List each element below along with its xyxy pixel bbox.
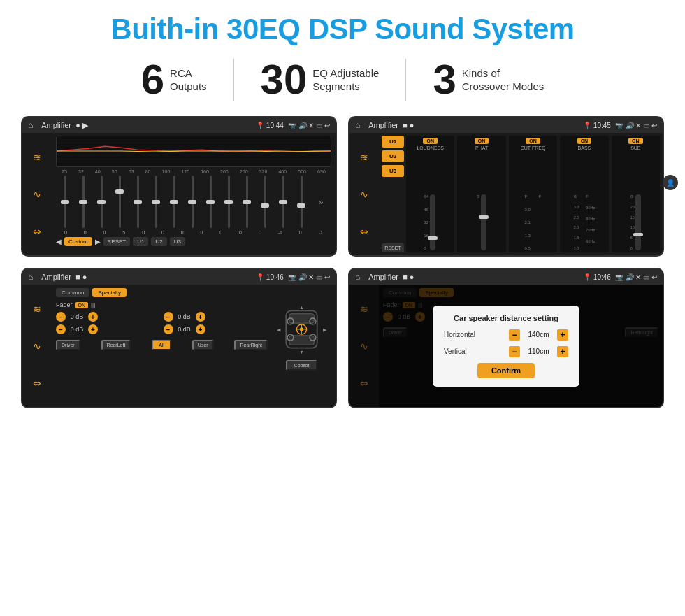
home-icon[interactable]: ⌂ [28, 120, 33, 130]
eq-slider-7[interactable] [173, 176, 175, 228]
fader-plus-1[interactable]: + [88, 312, 98, 322]
fader-db-2: − 0 dB + [164, 312, 268, 322]
cross-cutfreq-toggle[interactable]: ON [526, 138, 540, 144]
cross-home-icon[interactable]: ⌂ [355, 120, 360, 130]
cross-eq-icon[interactable]: ≋ [354, 150, 374, 165]
eq-icon[interactable]: ≋ [27, 150, 47, 165]
fader-bottom-btns: Driver RearLeft All User RearRight [56, 340, 268, 350]
fader-db-3: − 0 dB + [56, 324, 161, 334]
fader-home-icon[interactable]: ⌂ [28, 272, 33, 282]
fader-sidebar: ≋ ∿ ⇔ [22, 285, 52, 407]
eq-slider-2[interactable] [82, 176, 85, 228]
tab-specialty[interactable]: Specialty [92, 288, 126, 297]
eq-slider-14[interactable] [301, 176, 303, 228]
cross-wave-icon[interactable]: ∿ [354, 187, 374, 202]
eq-prev-arrow[interactable]: ◀ [56, 238, 62, 245]
dialog-horizontal-plus[interactable]: + [557, 329, 568, 341]
fader-val-2: 0 dB [175, 313, 194, 320]
fader-arrows-icon[interactable]: ⇔ [27, 375, 47, 391]
fader-topbar-time: 📍 10:46 [256, 273, 284, 281]
svg-rect-5 [289, 314, 315, 323]
fader-plus-4[interactable]: + [196, 324, 206, 334]
fader-minus-3[interactable]: − [56, 324, 66, 334]
fader-minus-2[interactable]: − [164, 312, 173, 322]
eq-slider-9[interactable] [210, 176, 212, 228]
fader-plus-3[interactable]: + [88, 324, 98, 334]
tab-common[interactable]: Common [56, 288, 89, 297]
eq-slider-13[interactable] [282, 176, 284, 228]
fader-rearright-btn[interactable]: RearRight [234, 340, 268, 350]
eq-sliders: » [56, 176, 331, 228]
cross-topbar-time: 📍 10:45 [583, 122, 611, 129]
fader-text-label: Fader [56, 301, 73, 308]
fader-tabs: Common Specialty [56, 288, 331, 297]
eq-slider-4[interactable] [119, 176, 121, 228]
eq-controls: ◀ Custom ▶ RESET U1 U2 U3 [56, 237, 331, 246]
cross-presets: U1 U2 U3 RESET [382, 136, 404, 252]
eq-slider-5[interactable] [137, 176, 139, 228]
fader-slider-indicator: ||| [91, 302, 95, 308]
eq-reset-btn[interactable]: RESET [103, 237, 131, 246]
eq-next-arrow[interactable]: ▶ [95, 238, 101, 245]
eq-topbar-title: Amplifier ● ▶ [41, 121, 252, 130]
fader-on-badge[interactable]: ON [75, 302, 89, 308]
cross-sub-toggle[interactable]: ON [628, 138, 643, 144]
stat-number-6: 6 [141, 59, 164, 101]
eq-slider-11[interactable] [246, 176, 248, 228]
cross-channels: ON LOUDNESS 644832160 ON PHAT [406, 136, 660, 252]
cross-phat-toggle[interactable]: ON [475, 138, 489, 144]
fader-topbar-title: Amplifier ■ ● [41, 273, 252, 281]
cross-u2-btn[interactable]: U2 [382, 150, 404, 162]
eq-slider-12[interactable] [264, 176, 266, 228]
distance-body: ≋ ∿ ⇔ Common Specialty Fader ON [349, 285, 663, 407]
stat-number-30: 30 [261, 59, 308, 101]
eq-slider-1[interactable] [64, 176, 66, 228]
fader-main-content: Common Specialty Fader ON ||| [52, 285, 336, 407]
svg-text:▼: ▼ [299, 350, 304, 355]
fader-minus-4[interactable]: − [164, 324, 173, 334]
eq-u3-btn[interactable]: U3 [170, 237, 185, 246]
fader-wave-icon[interactable]: ∿ [27, 338, 47, 354]
eq-slider-10[interactable] [228, 176, 230, 228]
eq-u2-btn[interactable]: U2 [151, 237, 166, 246]
cross-bass-toggle[interactable]: ON [577, 138, 592, 144]
cross-arrows-icon[interactable]: ⇔ [354, 224, 374, 239]
fader-copilot-btn[interactable]: Copilot [286, 360, 317, 371]
car-diagram-area: ▲ ▼ ◀ ▶ Copilot 👤 [272, 301, 331, 371]
fader-minus-1[interactable]: − [56, 312, 66, 322]
eq-slider-6[interactable] [155, 176, 157, 228]
svg-text:▲: ▲ [299, 305, 304, 310]
fader-plus-2[interactable]: + [196, 312, 206, 322]
cross-u3-btn[interactable]: U3 [382, 165, 404, 177]
stat-text-eq: EQ AdjustableSegments [312, 66, 379, 94]
fader-all-btn[interactable]: All [152, 340, 171, 350]
fader-eq-icon[interactable]: ≋ [27, 301, 47, 317]
fader-db-1: − 0 dB + [56, 312, 161, 322]
eq-slider-3[interactable] [101, 176, 103, 228]
fader-driver-btn[interactable]: Driver [56, 340, 80, 350]
eq-custom-btn[interactable]: Custom [64, 237, 92, 246]
dialog-vertical-minus[interactable]: − [509, 346, 520, 357]
fader-user-btn[interactable]: User [192, 340, 214, 350]
dist-home-icon[interactable]: ⌂ [355, 272, 360, 282]
cross-reset-btn[interactable]: RESET [382, 243, 404, 252]
eq-chevron[interactable]: » [319, 197, 324, 207]
dialog-vertical-plus[interactable]: + [557, 346, 568, 357]
arrows-icon[interactable]: ⇔ [27, 224, 47, 239]
dist-topbar-time: 📍 10:46 [583, 273, 611, 281]
dialog-horizontal-minus[interactable]: − [509, 329, 520, 341]
eq-slider-8[interactable] [192, 176, 194, 228]
confirm-button[interactable]: Confirm [477, 363, 535, 378]
cross-u1-btn[interactable]: U1 [382, 136, 404, 148]
fader-body: ≋ ∿ ⇔ Common Specialty Fad [22, 285, 336, 407]
stat-text-crossover: Kinds ofCrossover Modes [462, 66, 545, 94]
cross-loudness-toggle[interactable]: ON [423, 138, 438, 144]
fader-left-panel: Fader ON ||| − 0 dB + [56, 301, 268, 371]
eq-u1-btn[interactable]: U1 [133, 237, 148, 246]
wave-icon[interactable]: ∿ [27, 187, 47, 202]
dialog-horizontal-control: − 140cm + [509, 329, 568, 341]
dialog-vertical-value: 110cm [523, 348, 554, 355]
fader-val-1: 0 dB [67, 313, 87, 320]
svg-text:◀: ◀ [277, 327, 281, 333]
fader-rearleft-btn[interactable]: RearLeft [101, 340, 131, 350]
